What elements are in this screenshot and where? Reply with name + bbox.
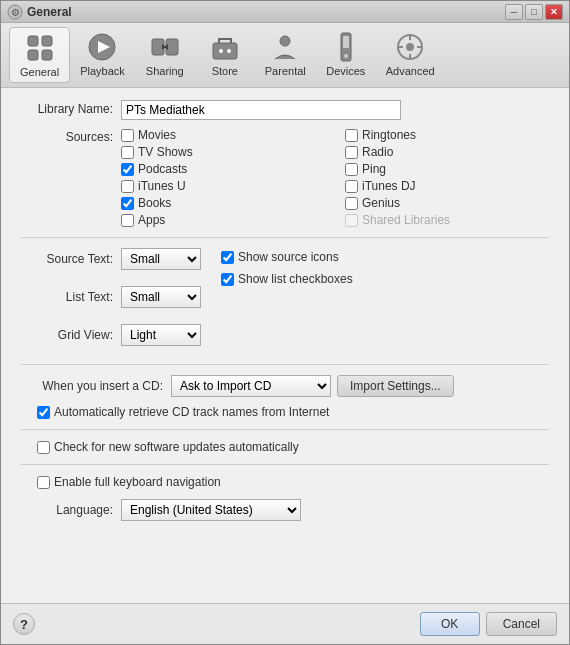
list-text-select[interactable]: Small Medium Large: [121, 286, 201, 308]
source-genius: Genius: [345, 196, 549, 210]
keyboard-nav-section: Enable full keyboard navigation: [37, 475, 549, 489]
books-checkbox[interactable]: [121, 197, 134, 210]
svg-point-19: [344, 54, 348, 58]
source-text-label: Source Text:: [21, 252, 121, 266]
tv-shows-label[interactable]: TV Shows: [138, 145, 193, 159]
language-select[interactable]: English (United States) Deutsch Español …: [121, 499, 301, 521]
minimize-button[interactable]: ─: [505, 4, 523, 20]
list-text-row: List Text: Small Medium Large: [21, 286, 201, 308]
svg-rect-3: [28, 50, 38, 60]
auto-retrieve-checkbox[interactable]: [37, 406, 50, 419]
library-name-label: Library Name:: [21, 100, 121, 116]
show-list-checkboxes-checkbox[interactable]: [221, 273, 234, 286]
import-settings-button[interactable]: Import Settings...: [337, 375, 454, 397]
enable-keyboard-checkbox[interactable]: [37, 476, 50, 489]
source-tv-shows: TV Shows: [121, 145, 325, 159]
genius-checkbox[interactable]: [345, 197, 358, 210]
toolbar-item-general[interactable]: General: [9, 27, 70, 83]
itunes-u-label[interactable]: iTunes U: [138, 179, 186, 193]
svg-rect-4: [42, 36, 52, 46]
toolbar-item-store[interactable]: Store: [195, 27, 255, 83]
itunes-dj-checkbox[interactable]: [345, 180, 358, 193]
language-row: Language: English (United States) Deutsc…: [21, 499, 549, 521]
movies-label[interactable]: Movies: [138, 128, 176, 142]
check-updates-row: Check for new software updates automatic…: [37, 440, 549, 454]
toolbar-item-parental[interactable]: Parental: [255, 27, 316, 83]
auto-retrieve-section: Automatically retrieve CD track names fr…: [37, 405, 549, 419]
ringtones-checkbox[interactable]: [345, 129, 358, 142]
general-icon: [24, 32, 56, 64]
shared-libraries-label[interactable]: Shared Libraries: [362, 213, 450, 227]
cd-action-select[interactable]: Ask to Import CD Import CD Import CD and…: [171, 375, 331, 397]
apps-label[interactable]: Apps: [138, 213, 165, 227]
show-source-icons-label[interactable]: Show source icons: [238, 250, 339, 264]
language-label: Language:: [21, 503, 121, 517]
toolbar-item-sharing[interactable]: Sharing: [135, 27, 195, 83]
source-itunes-dj: iTunes DJ: [345, 179, 549, 193]
sharing-icon: [149, 31, 181, 63]
ok-button[interactable]: OK: [420, 612, 480, 636]
bottom-bar: ? OK Cancel: [1, 603, 569, 644]
show-list-checkboxes-label[interactable]: Show list checkboxes: [238, 272, 353, 286]
svg-point-15: [227, 49, 231, 53]
cancel-button[interactable]: Cancel: [486, 612, 557, 636]
sources-grid: Movies Ringtones TV Shows Radio: [121, 128, 549, 227]
close-button[interactable]: ✕: [545, 4, 563, 20]
itunes-dj-label[interactable]: iTunes DJ: [362, 179, 416, 193]
check-updates-label[interactable]: Check for new software updates automatic…: [54, 440, 299, 454]
toolbar-label-advanced: Advanced: [386, 65, 435, 77]
svg-rect-18: [343, 36, 349, 48]
shared-libraries-checkbox[interactable]: [345, 214, 358, 227]
advanced-icon: [394, 31, 426, 63]
source-shared-libraries: Shared Libraries: [345, 213, 549, 227]
svg-point-14: [219, 49, 223, 53]
podcasts-checkbox[interactable]: [121, 163, 134, 176]
toolbar-item-playback[interactable]: Playback: [70, 27, 135, 83]
ping-label[interactable]: Ping: [362, 162, 386, 176]
svg-point-16: [280, 36, 290, 46]
separator-3: [21, 429, 549, 430]
radio-checkbox[interactable]: [345, 146, 358, 159]
podcasts-label[interactable]: Podcasts: [138, 162, 187, 176]
source-ping: Ping: [345, 162, 549, 176]
help-button[interactable]: ?: [13, 613, 35, 635]
maximize-button[interactable]: □: [525, 4, 543, 20]
books-label[interactable]: Books: [138, 196, 171, 210]
source-podcasts: Podcasts: [121, 162, 325, 176]
separator-2: [21, 364, 549, 365]
source-radio: Radio: [345, 145, 549, 159]
itunes-u-checkbox[interactable]: [121, 180, 134, 193]
separator-1: [21, 237, 549, 238]
source-apps: Apps: [121, 213, 325, 227]
bottom-buttons: OK Cancel: [420, 612, 557, 636]
genius-label[interactable]: Genius: [362, 196, 400, 210]
grid-view-label: Grid View:: [21, 328, 121, 342]
toolbar-item-advanced[interactable]: Advanced: [376, 27, 445, 83]
source-text-select[interactable]: Small Medium Large: [121, 248, 201, 270]
apps-checkbox[interactable]: [121, 214, 134, 227]
auto-retrieve-label[interactable]: Automatically retrieve CD track names fr…: [54, 405, 329, 419]
toolbar-label-parental: Parental: [265, 65, 306, 77]
grid-view-select[interactable]: Light Dark: [121, 324, 201, 346]
library-name-row: Library Name:: [21, 100, 549, 120]
playback-icon: [86, 31, 118, 63]
title-bar: ⚙ General ─ □ ✕: [1, 1, 569, 23]
ringtones-label[interactable]: Ringtones: [362, 128, 416, 142]
tv-shows-checkbox[interactable]: [121, 146, 134, 159]
content-area: Library Name: Sources: Movies Ring: [1, 88, 569, 603]
svg-rect-13: [213, 43, 237, 59]
check-updates-checkbox[interactable]: [37, 441, 50, 454]
movies-checkbox[interactable]: [121, 129, 134, 142]
enable-keyboard-label[interactable]: Enable full keyboard navigation: [54, 475, 221, 489]
library-name-input[interactable]: [121, 100, 401, 120]
separator-4: [21, 464, 549, 465]
radio-label[interactable]: Radio: [362, 145, 393, 159]
source-books: Books: [121, 196, 325, 210]
cd-label: When you insert a CD:: [21, 379, 171, 393]
toolbar-item-devices[interactable]: Devices: [316, 27, 376, 83]
svg-rect-2: [28, 36, 38, 46]
show-source-icons-checkbox[interactable]: [221, 251, 234, 264]
sources-control: Movies Ringtones TV Shows Radio: [121, 128, 549, 227]
ping-checkbox[interactable]: [345, 163, 358, 176]
toolbar-label-playback: Playback: [80, 65, 125, 77]
